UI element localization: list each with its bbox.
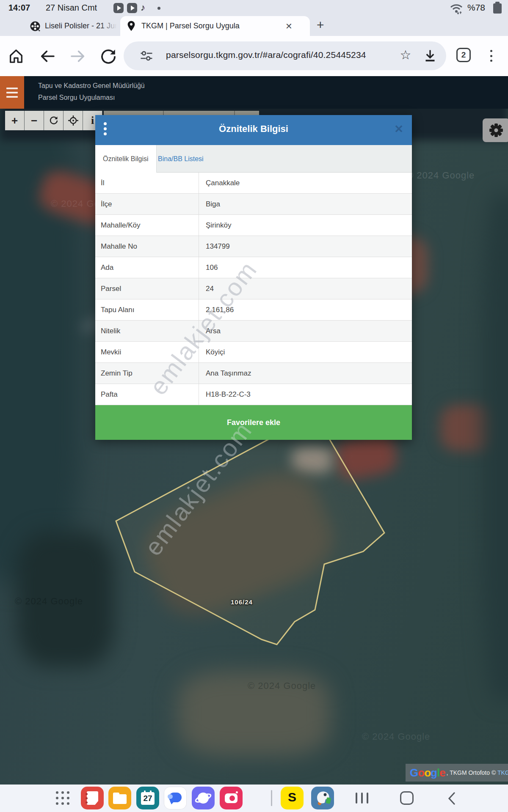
table-row: Mahalle No134799 bbox=[95, 236, 412, 257]
refresh-map-button[interactable] bbox=[44, 111, 63, 130]
row-label: Mahalle/Köy bbox=[95, 215, 199, 236]
sahibinden-app-icon[interactable]: S bbox=[281, 787, 304, 809]
table-row: MevkiiKöyiçi bbox=[95, 342, 412, 363]
home-button[interactable] bbox=[8, 48, 25, 65]
modal-header[interactable]: Öznitelik Bilgisi ✕ bbox=[95, 115, 412, 145]
bookmark-star-icon[interactable]: ☆ bbox=[398, 47, 413, 63]
app-title-line1: Tapu ve Kadastro Genel Müdürlüğü bbox=[38, 82, 145, 90]
row-value: 2.161,86 bbox=[199, 299, 412, 320]
youtube-notification-icon bbox=[127, 3, 137, 13]
tab-tkgm-active[interactable]: TKGM | Parsel Sorgu Uygula ✕ bbox=[120, 16, 310, 36]
row-label: Nitelik bbox=[95, 321, 199, 341]
add-to-favorites-button[interactable]: Favorilere ekle bbox=[95, 405, 412, 440]
tiktok-notification-icon: ♪ bbox=[141, 2, 145, 13]
app-drawer-button[interactable] bbox=[56, 791, 69, 805]
download-icon[interactable] bbox=[422, 48, 438, 63]
address-bar[interactable]: parselsorgu.tkgm.gov.tr/#ara/cografi/40.… bbox=[124, 41, 446, 70]
row-label: İl bbox=[95, 173, 199, 193]
android-taskbar: 27 S bbox=[0, 785, 508, 812]
table-row: Parsel24 bbox=[95, 278, 412, 299]
forward-button[interactable] bbox=[69, 48, 86, 65]
close-tab-icon[interactable]: ✕ bbox=[285, 21, 293, 31]
tab-title: Liseli Polisler - 21 Jump Stre bbox=[45, 22, 117, 30]
google-logo: Google bbox=[410, 766, 445, 779]
row-value: 106 bbox=[199, 257, 412, 278]
messages-app-icon[interactable] bbox=[164, 787, 187, 809]
map-attribution: Google , TKGM Ortofoto © TKGM bbox=[406, 764, 508, 782]
tkgm-header: Tapu ve Kadastro Genel Müdürlüğü Parsel … bbox=[0, 76, 508, 109]
row-value: 24 bbox=[199, 278, 412, 299]
reload-button[interactable] bbox=[100, 48, 117, 65]
dinosaur-app-icon[interactable] bbox=[311, 787, 334, 809]
app-title-line2: Parsel Sorgu Uygulaması bbox=[38, 94, 115, 102]
row-value: Köyiçi bbox=[199, 342, 412, 362]
table-row: İlÇanakkale bbox=[95, 173, 412, 194]
wifi-icon bbox=[450, 3, 463, 14]
site-settings-icon[interactable] bbox=[139, 48, 154, 63]
home-nav-button[interactable] bbox=[400, 791, 414, 805]
clock: 14:07 bbox=[8, 3, 30, 13]
film-reel-favicon bbox=[30, 21, 41, 32]
tab-switcher-button[interactable]: 2 bbox=[456, 48, 471, 62]
samsung-internet-app-icon[interactable] bbox=[192, 787, 215, 809]
row-label: Ada bbox=[95, 257, 199, 278]
row-label: Pafta bbox=[95, 384, 199, 405]
taskbar-divider bbox=[271, 790, 272, 806]
calendar-app-icon[interactable]: 27 bbox=[136, 787, 159, 809]
tab-liseli-polisler[interactable]: Liseli Polisler - 21 Jump Stre ✕ bbox=[30, 16, 135, 36]
map-toolbar: + − i bbox=[5, 111, 102, 130]
row-value: Şirinköy bbox=[199, 215, 412, 236]
row-label: İlçe bbox=[95, 194, 199, 214]
table-row: Mahalle/KöyŞirinköy bbox=[95, 215, 412, 236]
locate-button[interactable] bbox=[64, 111, 83, 130]
table-row: Zemin TipAna Taşınmaz bbox=[95, 363, 412, 384]
row-value: Çanakkale bbox=[199, 173, 412, 193]
location-pin-favicon bbox=[126, 20, 136, 32]
files-app-icon[interactable] bbox=[108, 787, 131, 809]
row-value: Ana Taşınmaz bbox=[199, 363, 412, 384]
url-text: parselsorgu.tkgm.gov.tr/#ara/cografi/40.… bbox=[166, 50, 366, 60]
modal-close-icon[interactable]: ✕ bbox=[394, 123, 403, 136]
row-value: H18-B-22-C-3 bbox=[199, 384, 412, 405]
more-notifications-dot bbox=[157, 7, 160, 10]
gear-icon bbox=[489, 123, 503, 137]
table-row: İlçeBiga bbox=[95, 194, 412, 215]
back-nav-button[interactable] bbox=[448, 792, 456, 805]
row-label: Mahalle No bbox=[95, 236, 199, 257]
browser-menu-icon[interactable] bbox=[489, 47, 493, 64]
status-bar: 14:07 27 Nisan Cmt ♪ %78 bbox=[0, 0, 508, 16]
row-value: Arsa bbox=[199, 321, 412, 341]
browser-tab-strip: Liseli Polisler - 21 Jump Stre ✕ TKGM | … bbox=[0, 16, 508, 36]
camera-app-icon[interactable] bbox=[220, 787, 243, 809]
modal-title: Öznitelik Bilgisi bbox=[95, 123, 412, 134]
youtube-notification-icon bbox=[113, 3, 124, 13]
browser-toolbar: parselsorgu.tkgm.gov.tr/#ara/cografi/40.… bbox=[0, 36, 508, 76]
row-label: Tapu Alanı bbox=[95, 299, 199, 320]
table-row: PaftaH18-B-22-C-3 bbox=[95, 384, 412, 405]
row-value: 134799 bbox=[199, 236, 412, 257]
attribute-info-modal: Öznitelik Bilgisi ✕ Öznitelik Bilgisi Bi… bbox=[95, 115, 412, 440]
map-settings-button[interactable] bbox=[483, 118, 508, 142]
tab-oznitelik-bilgisi[interactable]: Öznitelik Bilgisi bbox=[95, 145, 157, 173]
zoom-in-button[interactable]: + bbox=[5, 111, 24, 130]
battery-icon bbox=[493, 3, 502, 14]
table-row: Ada106 bbox=[95, 257, 412, 278]
row-value: Biga bbox=[199, 194, 412, 214]
row-label: Zemin Tip bbox=[95, 363, 199, 384]
tab-bina-bb-listesi[interactable]: Bina/BB Listesi bbox=[150, 145, 211, 173]
status-date: 27 Nisan Cmt bbox=[46, 3, 97, 13]
table-row: NitelikArsa bbox=[95, 321, 412, 342]
row-label: Mevkii bbox=[95, 342, 199, 362]
parcel-number-label: 106/24 bbox=[231, 598, 253, 606]
row-label: Parsel bbox=[95, 278, 199, 299]
attribution-text: , TKGM Ortofoto © TKGM bbox=[447, 769, 508, 776]
table-row: Tapu Alanı2.161,86 bbox=[95, 299, 412, 321]
modal-tab-bar: Öznitelik Bilgisi Bina/BB Listesi bbox=[95, 145, 412, 173]
tkgm-link[interactable]: TKGM bbox=[497, 769, 508, 776]
recents-nav-button[interactable] bbox=[356, 793, 368, 804]
back-button[interactable] bbox=[39, 48, 56, 65]
notes-app-icon[interactable] bbox=[81, 787, 104, 809]
zoom-out-button[interactable]: − bbox=[25, 111, 44, 130]
hamburger-menu-button[interactable] bbox=[0, 76, 24, 109]
new-tab-button[interactable]: + bbox=[317, 18, 324, 32]
